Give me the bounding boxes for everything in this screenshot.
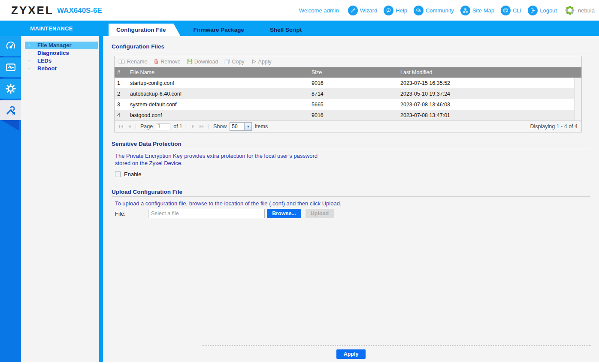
file-path-input[interactable] bbox=[148, 209, 265, 218]
site-map-label: Site Map bbox=[472, 7, 494, 14]
icon-rail bbox=[0, 36, 21, 362]
apply-file-label: Apply bbox=[258, 59, 272, 65]
maintenance-tools-icon bbox=[5, 105, 16, 116]
tab-shell-script[interactable]: Shell Script bbox=[257, 24, 315, 36]
table-header-row: # File Name Size Last Modified bbox=[115, 67, 581, 78]
enable-label: Enable bbox=[124, 171, 141, 177]
sidebar-item-reboot[interactable]: Reboot bbox=[25, 65, 98, 72]
sidebar-item-label: Diagnostics bbox=[37, 50, 69, 56]
cli-link[interactable]: CLI bbox=[501, 6, 521, 15]
cell-last-modified: 2023-07-08 13:47:01 bbox=[400, 112, 574, 118]
device-model: WAX640S-6E bbox=[57, 6, 102, 15]
sidebar-item-label: LEDs bbox=[37, 57, 51, 64]
gear-icon bbox=[5, 83, 16, 94]
zyxel-logo: ZYXEL bbox=[11, 4, 54, 17]
sensitive-description-line2: stored on the Zyxel Device. bbox=[115, 159, 183, 167]
rename-icon bbox=[118, 59, 125, 64]
site-map-link[interactable]: Site Map bbox=[460, 6, 494, 15]
wizard-label: Wizard bbox=[360, 7, 377, 14]
remove-label: Remove bbox=[160, 59, 181, 65]
cell-index: 1 bbox=[117, 80, 130, 86]
rename-label: Rename bbox=[127, 59, 147, 65]
table-toolbar: Rename Remove bbox=[115, 56, 581, 67]
download-floppy-icon bbox=[187, 59, 193, 64]
next-page-button[interactable] bbox=[191, 124, 196, 129]
pager-separator bbox=[209, 124, 209, 129]
tab-firmware-package[interactable]: Firmware Package bbox=[181, 24, 257, 36]
table-row[interactable]: 4 lastgood.conf 9016 2023-07-08 13:47:01 bbox=[115, 110, 574, 120]
main-content: Configuration Files Rename bbox=[103, 36, 599, 362]
rail-maintenance-button[interactable] bbox=[0, 100, 21, 120]
first-page-button[interactable] bbox=[118, 124, 124, 129]
table-row[interactable]: 2 autobackup-6.40.conf 8714 2023-05-10 1… bbox=[115, 88, 574, 99]
cell-index: 2 bbox=[117, 91, 130, 97]
col-index[interactable]: # bbox=[117, 69, 130, 75]
cell-file-name: startup-config.conf bbox=[130, 80, 312, 86]
sidebar-title: MAINTENANCE bbox=[0, 21, 103, 36]
community-icon bbox=[414, 6, 424, 15]
sidebar-item-diagnostics[interactable]: Diagnostics bbox=[25, 49, 98, 57]
cell-size: 5665 bbox=[312, 102, 400, 108]
displaying-status: Displaying 1 - 4 of 4 bbox=[530, 123, 578, 129]
wizard-icon bbox=[348, 6, 358, 15]
col-last-modified[interactable]: Last Modified bbox=[400, 69, 581, 75]
community-label: Community bbox=[426, 7, 454, 14]
nebula-label: nebula bbox=[578, 7, 595, 14]
page-input[interactable] bbox=[156, 123, 170, 130]
col-size[interactable]: Size bbox=[312, 69, 400, 75]
enable-row: Enable bbox=[115, 171, 141, 177]
tab-configuration-file[interactable]: Configuration File bbox=[109, 24, 181, 36]
tab-bar: Configuration File Firmware Package Shel… bbox=[103, 21, 599, 36]
table-pager: Page of 1 Show 50 ▼ items Displaying 1 -… bbox=[115, 120, 581, 132]
download-button[interactable]: Download bbox=[187, 59, 218, 65]
apply-button[interactable]: Apply bbox=[336, 349, 366, 359]
sidebar-menu: File Manager Diagnostics LEDs Reboot bbox=[21, 36, 99, 362]
remove-button[interactable]: Remove bbox=[154, 59, 181, 65]
page-size-select[interactable]: 50 ▼ bbox=[230, 122, 252, 131]
prev-page-button[interactable] bbox=[127, 124, 131, 129]
help-link[interactable]: ? Help bbox=[384, 6, 407, 15]
table-row[interactable]: 3 system-default.conf 5665 2023-07-08 13… bbox=[115, 99, 574, 110]
copy-icon bbox=[224, 59, 230, 64]
enable-checkbox[interactable] bbox=[115, 171, 121, 177]
cell-size: 9016 bbox=[312, 112, 400, 118]
last-page-button[interactable] bbox=[199, 124, 204, 129]
show-label: Show bbox=[213, 123, 227, 129]
trash-icon bbox=[154, 59, 159, 64]
cell-index: 3 bbox=[117, 102, 130, 108]
apply-file-button[interactable]: Apply bbox=[251, 59, 272, 65]
copy-button[interactable]: Copy bbox=[224, 59, 244, 65]
rail-monitor-button[interactable] bbox=[0, 57, 21, 77]
nebula-pinwheel-icon bbox=[563, 4, 576, 17]
sidebar-item-label: File Manager bbox=[37, 42, 71, 48]
svg-text:?: ? bbox=[388, 9, 389, 11]
cell-index: 4 bbox=[117, 112, 130, 118]
cell-file-name: autobackup-6.40.conf bbox=[130, 91, 312, 97]
col-file-name[interactable]: File Name bbox=[130, 69, 312, 75]
cell-size: 8714 bbox=[312, 91, 400, 97]
logout-link[interactable]: Logout bbox=[528, 6, 557, 15]
header-links: Welcome admin Wizard ? Help bbox=[299, 0, 595, 21]
table-row[interactable]: 1 startup-config.conf 9016 2023-07-15 16… bbox=[115, 78, 574, 88]
cell-size: 9016 bbox=[312, 80, 400, 86]
sidebar-item-label: Reboot bbox=[37, 65, 57, 72]
rename-button[interactable]: Rename bbox=[118, 59, 147, 65]
upload-heading: Upload Configuration File bbox=[112, 189, 182, 195]
zyxel-admin-page: ZYXEL WAX640S-6E Welcome admin Wizard ? bbox=[0, 0, 599, 364]
cell-last-modified: 2023-07-08 13:46:03 bbox=[400, 102, 574, 108]
rail-configuration-button[interactable] bbox=[0, 79, 21, 99]
chevron-down-icon: ▼ bbox=[244, 123, 251, 130]
sidebar-item-file-manager[interactable]: File Manager bbox=[25, 42, 98, 49]
page-of-label: of 1 bbox=[173, 123, 182, 129]
copy-label: Copy bbox=[232, 59, 244, 65]
file-label: File: bbox=[115, 211, 126, 217]
community-link[interactable]: Community bbox=[414, 6, 454, 15]
browse-button[interactable]: Browse... bbox=[267, 209, 301, 218]
sidebar-item-leds[interactable]: LEDs bbox=[25, 57, 98, 65]
upload-button[interactable]: Upload bbox=[306, 209, 334, 218]
rail-dashboard-button[interactable] bbox=[0, 36, 21, 56]
cell-last-modified: 2023-05-10 19:37:24 bbox=[400, 91, 574, 97]
wizard-link[interactable]: Wizard bbox=[348, 6, 377, 15]
page-size-value: 50 bbox=[230, 123, 244, 129]
footer-divider bbox=[202, 345, 591, 346]
